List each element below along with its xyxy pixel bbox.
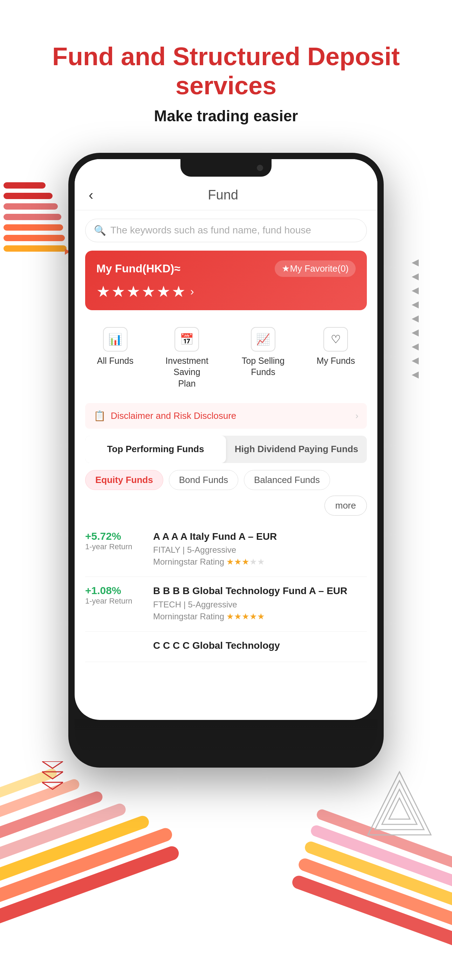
nav-title: Fund (100, 188, 346, 203)
fund-tabs: Top Performing Funds High Dividend Payin… (85, 436, 367, 463)
disclaimer-icon: 📋 (94, 410, 106, 422)
fund-name: B B B B Global Technology Fund A – EUR (153, 585, 367, 597)
my-funds-icon: ♡ (323, 327, 348, 352)
search-bar[interactable]: 🔍 The keywords such as fund name, fund h… (85, 219, 367, 242)
camera-dot (257, 165, 263, 171)
phone-notch (180, 159, 272, 177)
fund-list-item[interactable]: C C C C Global Technology (85, 632, 367, 662)
fund-stars: ★★★★★ (226, 557, 265, 566)
favorite-button[interactable]: ★My Favorite(0) (275, 261, 356, 277)
investment-label: Investment Saving Plan (164, 355, 210, 390)
nav-icons-grid: 📊 All Funds 📅 Investment Saving Plan 📈 T… (75, 318, 377, 398)
fund-name: C C C C Global Technology (153, 639, 367, 652)
nav-item-my-funds[interactable]: ♡ My Funds (317, 327, 355, 390)
nav-item-top-selling[interactable]: 📈 Top Selling Funds (240, 327, 286, 390)
fund-return-value: +1.08% (85, 585, 145, 597)
more-button-wrap: more (75, 496, 377, 523)
svg-marker-32 (389, 798, 410, 819)
nav-bar: ‹ Fund (75, 184, 377, 210)
svg-rect-28 (315, 808, 452, 872)
svg-rect-18 (0, 826, 174, 923)
disclaimer-text: Disclaimer and Risk Disclosure (111, 410, 236, 421)
more-button[interactable]: more (325, 496, 367, 515)
tab-top-performing[interactable]: Top Performing Funds (85, 436, 226, 463)
sub-title: Make trading easier (0, 107, 452, 125)
my-funds-label: My Funds (317, 355, 355, 367)
fund-card-title: My Fund(HKD)≈ (96, 262, 180, 275)
nav-item-investment[interactable]: 📅 Investment Saving Plan (164, 327, 210, 390)
search-placeholder: The keywords such as fund name, fund hou… (110, 225, 311, 236)
search-icon: 🔍 (94, 225, 106, 236)
svg-rect-27 (309, 824, 452, 894)
pill-balanced-funds[interactable]: Balanced Funds (244, 470, 330, 490)
svg-marker-29 (368, 772, 431, 835)
fund-meta: FTECH | 5-Aggressive (153, 600, 367, 609)
svg-marker-35 (42, 782, 63, 789)
svg-rect-25 (297, 857, 452, 938)
phone-reflection (75, 719, 377, 761)
phone-screen: ‹ Fund 🔍 The keywords such as fund name,… (75, 159, 377, 720)
fund-list-item[interactable]: +1.08% 1-year Return B B B B Global Tech… (85, 577, 367, 631)
fund-rating-label: Morningstar Rating ★★★★★ (153, 557, 367, 567)
filter-pills: Equity Funds Bond Funds Balanced Funds (75, 470, 377, 496)
svg-marker-31 (382, 789, 417, 824)
top-selling-label: Top Selling Funds (240, 355, 286, 378)
disclaimer-bar[interactable]: 📋 Disclaimer and Risk Disclosure › (85, 403, 367, 429)
investment-icon: 📅 (175, 327, 199, 352)
fund-value: ★★★★★★ › (96, 283, 356, 301)
fund-arrow: › (190, 285, 196, 298)
svg-marker-30 (375, 781, 424, 830)
fund-return-label: 1-year Return (85, 542, 145, 551)
svg-rect-17 (0, 844, 181, 942)
svg-rect-20 (0, 802, 127, 885)
my-fund-card[interactable]: My Fund(HKD)≈ ★My Favorite(0) ★★★★★★ › (85, 251, 367, 310)
fund-list: +5.72% 1-year Return A A A A Italy Fund … (75, 523, 377, 662)
fund-return-label: 1-year Return (85, 597, 145, 606)
back-button[interactable]: ‹ (89, 187, 93, 203)
phone-mockup: ‹ Fund 🔍 The keywords such as fund name,… (68, 153, 384, 768)
svg-rect-23 (0, 767, 58, 830)
pill-bond-funds[interactable]: Bond Funds (169, 470, 238, 490)
tab-high-dividend[interactable]: High Dividend Paying Funds (226, 436, 367, 463)
top-selling-icon: 📈 (251, 327, 275, 352)
main-title: Fund and Structured Deposit services (0, 42, 452, 100)
svg-rect-21 (0, 790, 104, 866)
fund-meta: FITALY | 5-Aggressive (153, 545, 367, 555)
svg-rect-19 (0, 814, 151, 904)
disclaimer-arrow: › (355, 410, 358, 421)
fund-list-item[interactable]: +5.72% 1-year Return A A A A Italy Fund … (85, 523, 367, 577)
nav-item-all-funds[interactable]: 📊 All Funds (97, 327, 134, 390)
svg-marker-34 (42, 772, 63, 779)
pill-equity-funds[interactable]: Equity Funds (85, 470, 163, 490)
svg-rect-22 (0, 778, 81, 848)
fund-return-value: +5.72% (85, 530, 145, 542)
svg-rect-24 (290, 874, 452, 958)
svg-rect-26 (303, 840, 452, 917)
fund-rating-label: Morningstar Rating ★★★★★ (153, 612, 367, 621)
fund-stars: ★★★★★ (226, 612, 265, 621)
all-funds-label: All Funds (97, 355, 134, 367)
header-section: Fund and Structured Deposit services Mak… (0, 42, 452, 125)
all-funds-icon: 📊 (103, 327, 127, 352)
fund-name: A A A A Italy Fund A – EUR (153, 530, 367, 543)
